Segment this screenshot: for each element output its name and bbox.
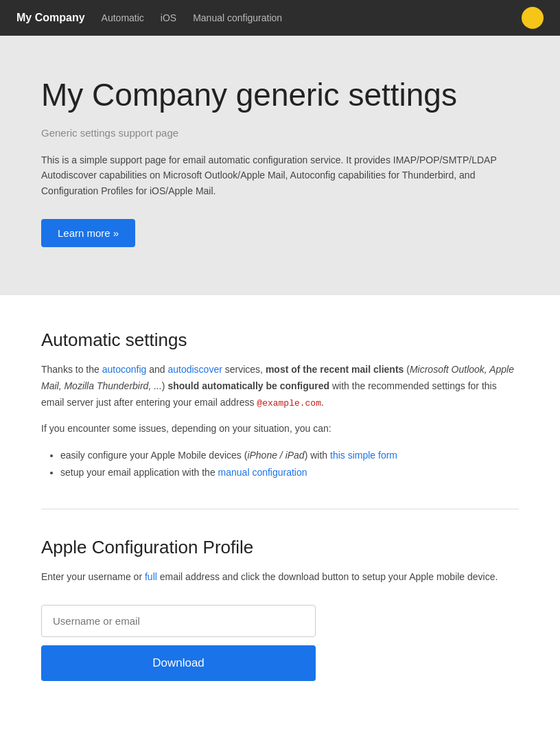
simple-form-link[interactable]: this simple form [330, 450, 397, 461]
automatic-settings-description: Thanks to the autoconfig and autodiscove… [41, 362, 519, 411]
nav-link-manual-configuration[interactable]: Manual configuration [193, 12, 282, 23]
navbar: My Company Automatic iOS Manual configur… [0, 0, 560, 36]
hero-subtitle: Generic settings support page [41, 127, 519, 139]
hero-section: My Company generic settings Generic sett… [0, 36, 560, 295]
hero-title: My Company generic settings [41, 77, 519, 113]
manual-configuration-link[interactable]: manual configuration [218, 467, 307, 478]
hero-description: This is a simple support page for email … [41, 152, 508, 198]
username-email-input[interactable] [41, 605, 316, 637]
learn-more-button[interactable]: Learn more » [41, 219, 135, 247]
issues-bullet-list: easily configure your Apple Mobile devic… [60, 447, 519, 481]
navbar-brand: My Company [16, 12, 85, 24]
automatic-settings-title: Automatic settings [41, 330, 519, 351]
nav-link-automatic[interactable]: Automatic [102, 12, 144, 23]
download-button[interactable]: Download [41, 645, 316, 681]
apple-profile-description: Enter your username or full email addres… [41, 569, 519, 586]
apple-profile-title: Apple Configuration Profile [41, 537, 519, 558]
apple-profile-section: Apple Configuration Profile Enter your u… [41, 537, 519, 681]
full-email-link[interactable]: full [145, 571, 157, 582]
automatic-settings-section: Automatic settings Thanks to the autocon… [41, 330, 519, 481]
issues-intro-text: If you encounter some issues, depending … [41, 421, 519, 437]
download-form: Download [41, 605, 316, 681]
autodiscover-link[interactable]: autodiscover [167, 364, 222, 375]
bullet-item-ios: easily configure your Apple Mobile devic… [60, 447, 519, 464]
email-example: @example.com [257, 398, 321, 408]
autoconfig-link[interactable]: autoconfig [102, 364, 147, 375]
section-divider [41, 509, 519, 509]
nav-link-ios[interactable]: iOS [161, 12, 176, 23]
main-content: Automatic settings Thanks to the autocon… [0, 295, 560, 722]
bullet-item-manual: setup your email application with the ma… [60, 464, 519, 481]
avatar [522, 7, 544, 29]
